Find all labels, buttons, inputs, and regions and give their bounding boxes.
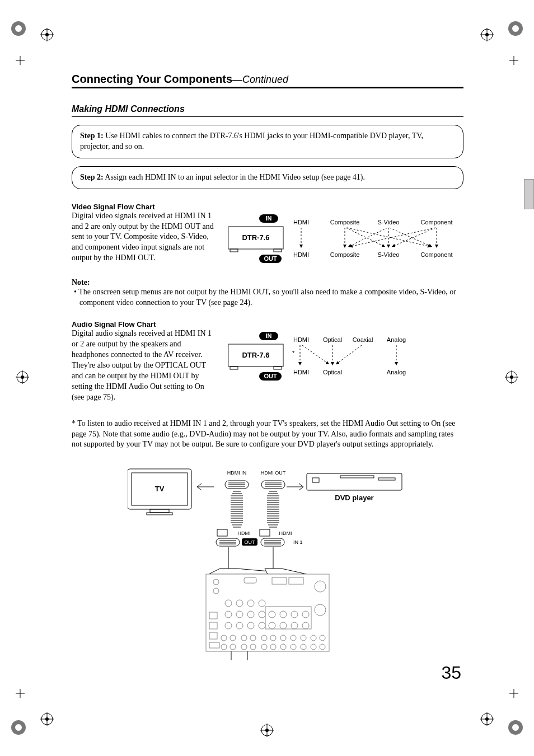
svg-rect-142 [217,529,227,536]
svg-line-63 [348,228,387,247]
svg-text:HDMI: HDMI [238,530,251,536]
svg-line-62 [347,228,431,247]
audio-flow-diagram: DTR-7.6 IN OUT HDMI Optical Coaxial Anal… [228,328,463,392]
svg-line-64 [390,228,432,247]
audio-flow-body: Digital audio signals received at HDMI I… [72,328,217,402]
svg-point-7 [512,724,519,731]
crosshair-icon [40,28,54,44]
step-2-label: Step 2: [80,173,104,181]
svg-text:Optical: Optical [323,369,342,375]
svg-rect-70 [274,367,282,369]
registration-mark-icon [507,20,524,37]
svg-point-5 [15,724,22,731]
step-2-text: Assign each HDMI IN to an input selector… [104,173,365,181]
svg-rect-94 [312,478,319,482]
svg-text:Analog: Analog [387,336,406,343]
svg-text:Analog: Analog [387,369,406,375]
svg-point-1 [15,25,22,32]
svg-text:OUT: OUT [264,373,277,379]
svg-text:Coaxial: Coaxial [353,336,373,343]
registration-mark-icon [10,719,27,736]
crosshair-icon [260,724,274,739]
asterisk-note: * To listen to audio received at HDMI IN… [72,419,463,450]
svg-text:Composite: Composite [330,219,360,226]
crosshair-icon [480,712,494,728]
edge-tab [524,179,534,209]
svg-text:HDMI
OUT: HDMI OUT [261,470,286,476]
svg-rect-95 [340,476,374,478]
svg-text:Component: Component [421,251,453,258]
note-title: Note: [72,278,463,287]
svg-rect-92 [147,513,172,515]
svg-line-61 [346,228,385,247]
svg-text:HDMI: HDMI [293,336,309,343]
registration-mark-icon [10,20,27,37]
svg-point-15 [485,33,489,36]
crosshair-icon [40,712,54,728]
page-heading-main: Connecting Your Components [72,73,232,86]
video-flow-diagram: DTR-7.6 IN OUT HDMI Composite S-Video Co… [228,211,463,275]
svg-rect-144 [260,529,270,536]
page-heading-continued: —Continued [232,74,288,86]
cross-icon [509,689,518,700]
svg-point-19 [45,717,49,721]
svg-text:HDMI: HDMI [293,251,309,258]
step-1-box: Step 1: Use HDMI cables to connect the D… [72,125,463,158]
svg-point-31 [21,375,24,379]
in-badge: IN [266,215,272,222]
cross-icon [16,689,25,700]
svg-text:TV: TV [155,485,165,493]
svg-text:HDMI
IN: HDMI IN [227,470,247,476]
svg-rect-96 [378,478,395,480]
svg-line-84 [302,345,329,364]
svg-text:Component: Component [421,219,453,226]
svg-text:HDMI: HDMI [293,369,309,375]
hookup-diagram: TV DVD player HDMI IN HDMI OUT [72,462,463,664]
crosshair-icon [480,28,494,44]
svg-rect-45 [230,249,238,252]
svg-text:DTR-7.6: DTR-7.6 [242,351,269,359]
svg-text:*: * [292,350,295,356]
svg-line-65 [349,228,435,247]
svg-text:Optical: Optical [323,336,342,343]
svg-text:S-Video: S-Video [378,219,400,226]
svg-point-11 [45,33,49,36]
device-label: DTR-7.6 [242,233,269,242]
svg-point-23 [485,717,489,721]
video-flow-body: Digital video signals received at HDMI I… [72,211,217,264]
svg-line-66 [392,228,435,247]
svg-rect-69 [230,367,238,369]
svg-text:IN: IN [266,332,272,339]
step-1-label: Step 1: [80,132,104,140]
registration-mark-icon [507,719,524,736]
svg-rect-159 [206,574,329,651]
svg-text:OUT: OUT [245,539,256,545]
page-number: 35 [441,663,461,683]
crosshair-icon [505,370,518,386]
svg-line-86 [336,345,362,364]
audio-flow-title: Audio Signal Flow Chart [72,320,463,328]
step-2-box: Step 2: Assign each HDMI IN to an input … [72,166,463,189]
svg-text:DVD player: DVD player [335,494,373,502]
out-badge: OUT [264,255,277,262]
svg-point-35 [510,375,513,379]
svg-text:HDMI: HDMI [293,219,309,226]
svg-rect-91 [150,509,169,513]
section-heading: Making HDMI Connections [72,104,463,117]
svg-rect-46 [274,249,282,252]
note-body: • The onscreen setup menus are not outpu… [79,287,463,308]
svg-point-27 [265,729,269,732]
cross-icon [16,56,25,67]
svg-text:HDMI: HDMI [279,530,292,536]
svg-point-3 [512,25,519,32]
cross-icon [509,56,518,67]
svg-text:IN 1: IN 1 [293,539,303,545]
page-heading: Connecting Your Components —Continued [72,73,463,88]
crosshair-icon [16,370,29,386]
svg-text:S-Video: S-Video [378,251,400,258]
svg-text:Composite: Composite [330,251,360,258]
video-flow-title: Video Signal Flow Chart [72,203,463,211]
step-1-text: Use HDMI cables to connect the DTR-7.6's… [80,132,423,151]
